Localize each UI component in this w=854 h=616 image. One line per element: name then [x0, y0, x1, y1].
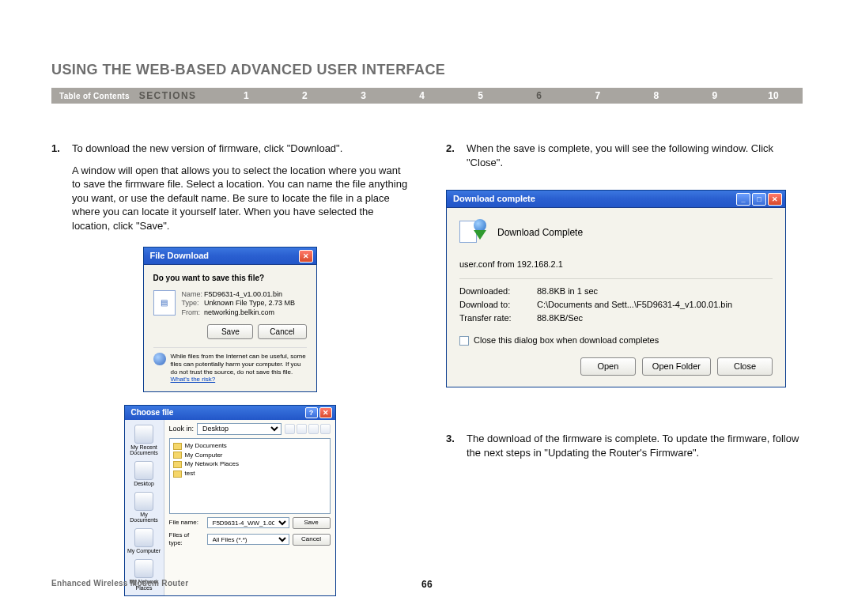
close-icon[interactable]: ✕	[299, 250, 313, 263]
fd-question: Do you want to save this file?	[153, 273, 307, 284]
section-nav: Table of Contents SECTIONS 1 2 3 4 5 6 7…	[51, 88, 803, 104]
step-3-number: 3.	[446, 432, 467, 459]
sa-side-mycomputer[interactable]: My Computer	[127, 527, 161, 556]
sa-title: Choose file	[131, 407, 305, 418]
minimize-icon[interactable]: _	[736, 193, 750, 206]
dc-openfolder-button[interactable]: Open Folder	[642, 357, 711, 376]
dc-autoclose-label: Close this dialog box when download comp…	[474, 334, 659, 346]
list-item[interactable]: My Network Places	[173, 460, 327, 469]
sa-filename-input[interactable]: F5D9631-4_WW_1.00.01	[207, 517, 289, 528]
maximize-icon[interactable]: □	[752, 193, 766, 206]
file-icon: ▤	[153, 290, 176, 316]
nav-section-10[interactable]: 10	[744, 90, 803, 101]
close-icon[interactable]: ✕	[768, 193, 782, 206]
step-2-text: When the save is complete, you will see …	[467, 142, 803, 169]
info-icon	[153, 353, 166, 365]
dc-open-button[interactable]: Open	[580, 357, 636, 376]
nav-section-4[interactable]: 4	[393, 90, 452, 101]
dc-rate-label: Transfer rate:	[459, 312, 537, 324]
back-icon[interactable]	[285, 424, 295, 434]
step-1-text: To download the new version of firmware,…	[72, 142, 408, 156]
list-item[interactable]: test	[173, 470, 327, 478]
nav-section-7[interactable]: 7	[569, 90, 627, 101]
sa-filetype-select[interactable]: All Files (*.*)	[207, 534, 289, 545]
dc-downloaded-value: 88.8KB in 1 sec	[537, 285, 598, 297]
fd-type-value: Unknown File Type, 2.73 MB	[204, 299, 295, 307]
nav-section-3[interactable]: 3	[334, 90, 392, 101]
download-complete-dialog: Download complete _ □ ✕ Download Complet…	[446, 190, 786, 387]
sa-side-mydocs[interactable]: My Documents	[127, 490, 161, 525]
fd-warning-text: While files from the Internet can be use…	[171, 353, 306, 375]
newfolder-icon[interactable]	[308, 424, 319, 434]
nav-section-6[interactable]: 6	[510, 90, 569, 101]
page-number: 66	[421, 579, 433, 590]
fd-cancel-button[interactable]: Cancel	[258, 324, 306, 340]
dc-downloadto-value: C:\Documents and Sett...\F5D9631-4_v1.00…	[537, 299, 732, 311]
fd-title: File Download	[150, 250, 299, 262]
nav-sections-label: SECTIONS	[139, 90, 217, 101]
dc-title: Download complete	[453, 193, 736, 205]
nav-section-5[interactable]: 5	[452, 90, 510, 101]
nav-toc-link[interactable]: Table of Contents	[51, 92, 139, 100]
list-item[interactable]: My Documents	[173, 442, 327, 451]
dc-source: user.conf from 192.168.2.1	[459, 259, 773, 270]
sa-side-recent[interactable]: My Recent Documents	[127, 423, 161, 458]
views-icon[interactable]	[320, 424, 331, 434]
step-1-number: 1.	[51, 142, 72, 232]
step-1-paragraph: A window will open that allows you to se…	[72, 164, 408, 233]
list-item[interactable]: My Computer	[173, 452, 327, 460]
footer-product: Enhanced Wireless Modem Router	[51, 579, 188, 588]
nav-section-1[interactable]: 1	[217, 90, 275, 101]
sa-file-list[interactable]: My Documents My Computer My Network Plac…	[169, 438, 331, 514]
fd-save-button[interactable]: Save	[207, 324, 253, 340]
fd-risk-link[interactable]: What's the risk?	[171, 376, 216, 383]
page-title: USING THE WEB-BASED ADVANCED USER INTERF…	[51, 62, 803, 78]
fd-from-label: From:	[182, 308, 202, 318]
dc-head-text: Download Complete	[497, 226, 583, 239]
fd-from-value: networking.belkin.com	[204, 308, 274, 316]
dc-autoclose-checkbox[interactable]	[459, 336, 469, 346]
fd-type-label: Type:	[182, 299, 202, 308]
sa-filetype-label: Files of type:	[169, 531, 204, 549]
step-3-text: The download of the firmware is complete…	[467, 432, 803, 459]
dc-rate-value: 88.8KB/Sec	[537, 312, 583, 324]
save-as-dialog: Choose file ?✕ My Recent Documents Deskt…	[124, 405, 336, 597]
dc-downloadto-label: Download to:	[459, 299, 537, 311]
sa-lookin-label: Look in:	[169, 424, 195, 433]
fd-name-label: Name:	[182, 290, 202, 300]
sa-cancel-button[interactable]: Cancel	[293, 534, 331, 546]
dc-downloaded-label: Downloaded:	[459, 285, 537, 297]
up-icon[interactable]	[297, 424, 307, 434]
step-2-number: 2.	[446, 142, 467, 169]
nav-section-8[interactable]: 8	[627, 90, 686, 101]
sa-filename-label: File name:	[169, 519, 204, 527]
sa-lookin-select[interactable]: Desktop	[197, 423, 281, 435]
sa-save-button[interactable]: Save	[293, 517, 331, 529]
file-download-dialog: File Download ✕ Do you want to save this…	[143, 247, 317, 391]
dc-close-button[interactable]: Close	[717, 357, 773, 376]
nav-section-9[interactable]: 9	[686, 90, 744, 101]
close-icon[interactable]: ✕	[319, 407, 332, 418]
nav-section-2[interactable]: 2	[275, 90, 334, 101]
fd-name-value: F5D9631-4_v1.00.01.bin	[204, 290, 282, 298]
help-icon[interactable]: ?	[305, 407, 318, 418]
sa-side-desktop[interactable]: Desktop	[127, 459, 161, 489]
download-icon	[459, 219, 486, 246]
